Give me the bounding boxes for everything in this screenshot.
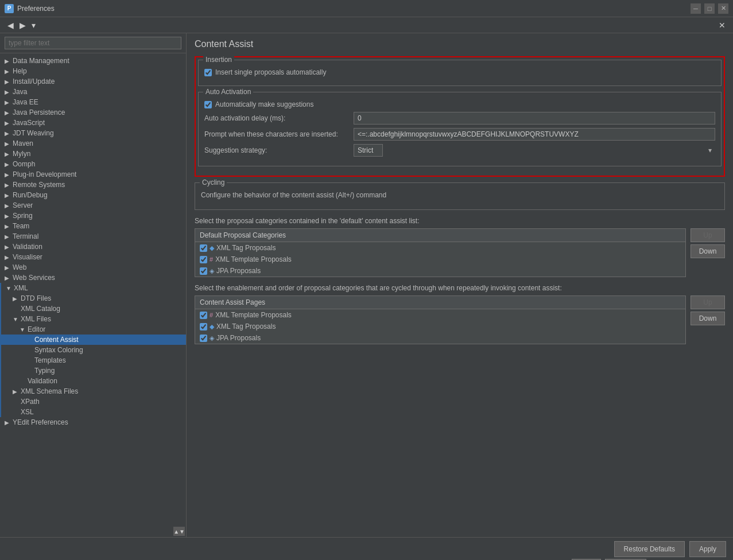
- sidebar-item-terminal[interactable]: ▶ Terminal: [0, 231, 186, 242]
- close-button[interactable]: ✕: [718, 3, 728, 14]
- sidebar-item-validation[interactable]: ▶ Validation: [0, 242, 186, 252]
- sidebar-item-server[interactable]: ▶ Server: [0, 200, 186, 211]
- sidebar-item-xml-files[interactable]: ▼ XML Files: [1, 314, 186, 324]
- sidebar-item-label: JavaScript: [13, 119, 45, 127]
- scroll-up-button[interactable]: ▲: [173, 527, 179, 536]
- sidebar-item-label: XML Files: [21, 315, 51, 323]
- sidebar-item-label: JDT Weaving: [13, 129, 54, 137]
- maximize-button[interactable]: □: [704, 3, 715, 14]
- page-title: Content Assist: [195, 39, 725, 49]
- sidebar-item-help[interactable]: ▶ Help: [0, 66, 186, 76]
- xml-template-page-checkbox[interactable]: [200, 312, 207, 319]
- sidebar-item-label: Java Persistence: [13, 108, 65, 116]
- sidebar-item-syntax-coloring[interactable]: Syntax Coloring: [1, 345, 186, 355]
- sidebar-tree: ▶ Data Management ▶ Help ▶ Install/Updat…: [0, 53, 186, 526]
- sidebar-item-run-debug[interactable]: ▶ Run/Debug: [0, 190, 186, 200]
- sidebar-item-yedit[interactable]: ▶ YEdit Preferences: [0, 417, 186, 427]
- arrow-icon: ▶: [5, 265, 10, 271]
- sidebar-item-label: Team: [13, 222, 29, 230]
- sidebar-item-xsl[interactable]: XSL: [1, 407, 186, 417]
- sidebar-item-templates[interactable]: Templates: [1, 355, 186, 365]
- restore-defaults-button[interactable]: Restore Defaults: [614, 541, 685, 557]
- sidebar-item-xml-catalog[interactable]: XML Catalog: [1, 304, 186, 314]
- sidebar-search-container: [0, 33, 186, 53]
- search-input[interactable]: [5, 37, 181, 49]
- pages-down-button[interactable]: Down: [691, 312, 725, 325]
- sidebar-item-install-update[interactable]: ▶ Install/Update: [0, 76, 186, 87]
- sidebar-item-label: Spring: [13, 212, 33, 220]
- sidebar-item-data-management[interactable]: ▶ Data Management: [0, 56, 186, 66]
- sidebar-item-xml[interactable]: ▼ XML: [1, 283, 186, 293]
- arrow-icon: ▶: [5, 141, 10, 147]
- default-down-button[interactable]: Down: [691, 244, 725, 258]
- pages-up-button[interactable]: Up: [691, 295, 725, 309]
- sidebar-item-label: Content Assist: [34, 336, 79, 344]
- nav-close-button[interactable]: ✕: [716, 20, 728, 31]
- window-title: Preferences: [17, 5, 691, 13]
- sidebar-item-jdt-weaving[interactable]: ▶ JDT Weaving: [0, 128, 186, 138]
- sidebar-item-oomph[interactable]: ▶ Oomph: [0, 159, 186, 169]
- scroll-down-button[interactable]: ▼: [179, 527, 185, 536]
- sidebar-item-editor[interactable]: ▼ Editor: [1, 324, 186, 335]
- jpa-proposals-page-item: ◈ JPA Proposals: [195, 332, 685, 344]
- prompt-input[interactable]: [354, 128, 715, 141]
- arrow-icon: ▼: [6, 285, 11, 291]
- auto-suggest-checkbox[interactable]: [204, 101, 212, 108]
- sidebar-item-label: XSL: [21, 408, 34, 416]
- sidebar-item-javascript[interactable]: ▶ JavaScript: [0, 118, 186, 128]
- nav-dropdown-button[interactable]: ▾: [29, 20, 38, 31]
- insert-single-checkbox[interactable]: [204, 69, 212, 76]
- apply-button[interactable]: Apply: [689, 541, 726, 557]
- back-button[interactable]: ◀: [5, 20, 17, 31]
- sidebar-item-label: Web Services: [13, 274, 55, 282]
- sidebar-item-dtd-files[interactable]: ▶ DTD Files: [1, 293, 186, 304]
- minimize-button[interactable]: ─: [691, 3, 701, 14]
- xml-template-page-label: XML Template Proposals: [215, 311, 292, 319]
- sidebar-item-label: Validation: [28, 377, 57, 385]
- content-assist-pages-header: Content Assist Pages: [195, 296, 685, 309]
- xml-tag-page-checkbox[interactable]: [200, 323, 207, 330]
- content-assist-pages-table: Content Assist Pages # XML Template Prop…: [195, 295, 686, 344]
- xml-tag-proposals-item: ◆ XML Tag Proposals: [195, 242, 685, 254]
- sidebar-item-java[interactable]: ▶ Java: [0, 87, 186, 97]
- delay-input[interactable]: [354, 112, 715, 125]
- highlight-section: Insertion Insert single proposals automa…: [195, 56, 725, 177]
- sidebar-item-java-persistence[interactable]: ▶ Java Persistence: [0, 107, 186, 118]
- arrow-icon: ▶: [5, 110, 10, 116]
- sidebar-item-spring[interactable]: ▶ Spring: [0, 211, 186, 221]
- sidebar-item-xpath[interactable]: XPath: [1, 396, 186, 407]
- sidebar-item-xml-validation[interactable]: Validation: [1, 376, 186, 386]
- sidebar-item-xml-schema-files[interactable]: ▶ XML Schema Files: [1, 386, 186, 396]
- strategy-select-wrapper: Strict Liberal: [354, 144, 715, 157]
- xml-tag-proposals-page-item: ◆ XML Tag Proposals: [195, 321, 685, 332]
- sidebar-item-content-assist[interactable]: Content Assist: [1, 335, 186, 345]
- delay-row: Auto activation delay (ms):: [204, 112, 715, 125]
- titlebar: P Preferences ─ □ ✕: [0, 0, 733, 17]
- sidebar-item-web-services[interactable]: ▶ Web Services: [0, 273, 186, 283]
- xml-template-icon: #: [210, 256, 213, 263]
- sidebar-item-visualiser[interactable]: ▶ Visualiser: [0, 252, 186, 262]
- jpa-checkbox[interactable]: [200, 267, 207, 275]
- xml-template-label: XML Template Proposals: [215, 255, 292, 263]
- jpa-page-checkbox[interactable]: [200, 335, 207, 342]
- sidebar-item-mylyn[interactable]: ▶ Mylyn: [0, 149, 186, 159]
- xml-tag-icon: ◆: [210, 244, 214, 252]
- forward-button[interactable]: ▶: [17, 20, 29, 31]
- sidebar: ▶ Data Management ▶ Help ▶ Install/Updat…: [0, 33, 187, 537]
- strategy-select[interactable]: Strict Liberal: [354, 144, 383, 157]
- sidebar-item-maven[interactable]: ▶ Maven: [0, 138, 186, 149]
- arrow-icon: ▶: [5, 275, 10, 281]
- arrow-icon: ▼: [13, 316, 18, 322]
- default-proposals-container: Default Proposal Categories ◆ XML Tag Pr…: [195, 228, 725, 277]
- sidebar-item-plugin-dev[interactable]: ▶ Plug-in Development: [0, 169, 186, 180]
- sidebar-item-java-ee[interactable]: ▶ Java EE: [0, 97, 186, 107]
- default-up-button[interactable]: Up: [691, 228, 725, 242]
- xml-tag-checkbox[interactable]: [200, 244, 207, 252]
- sidebar-item-typing[interactable]: Typing: [1, 365, 186, 376]
- sidebar-item-web[interactable]: ▶ Web: [0, 262, 186, 273]
- jpa-proposals-item: ◈ JPA Proposals: [195, 265, 685, 277]
- xml-template-checkbox[interactable]: [200, 256, 207, 263]
- sidebar-item-team[interactable]: ▶ Team: [0, 221, 186, 231]
- sidebar-item-label: Install/Update: [13, 77, 55, 85]
- sidebar-item-remote-systems[interactable]: ▶ Remote Systems: [0, 180, 186, 190]
